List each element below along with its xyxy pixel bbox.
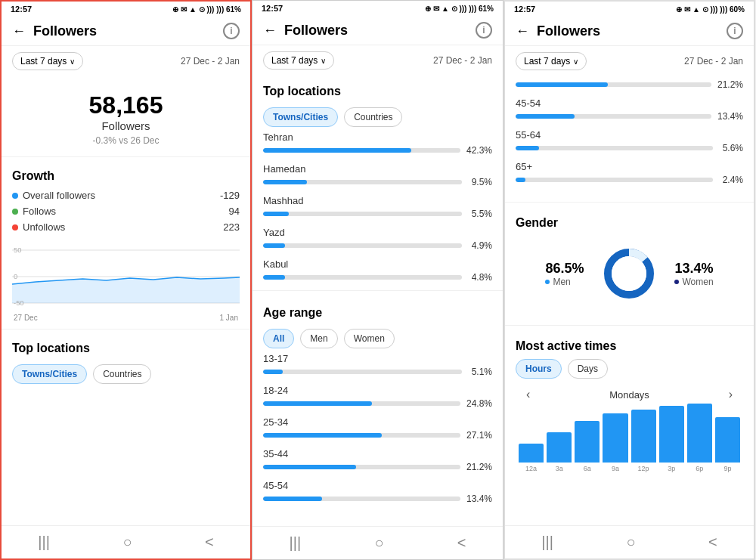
age-label-3544: 35-44 [263, 448, 492, 459]
nav-back-icon-1[interactable]: < [205, 534, 214, 551]
age-item-4554: 45-54 13.4% [263, 480, 492, 504]
gender-title: Gender [516, 216, 743, 236]
gender-section: Gender 86.5% Men [505, 206, 754, 322]
tab-women-age[interactable]: Women [344, 329, 395, 348]
status-icons-3: ⊕ ✉ ▲ ⊙ ))) ))) 60% [676, 5, 745, 14]
info-button-3[interactable]: i [727, 23, 743, 39]
svg-point-8 [612, 256, 646, 291]
day-navigation: ‹ Mondays › [516, 385, 743, 404]
gender-men: 86.5% Men [545, 261, 584, 287]
nav-home-icon-2[interactable]: ○ [374, 534, 383, 552]
bottom-nav-2: ||| ○ < [253, 526, 503, 559]
svg-text:50: 50 [14, 246, 21, 254]
filter-bar-2: Last 7 days ∨ 27 Dec - 2 Jan [253, 45, 503, 76]
location-item-kabul: Kabul 4.8% [263, 258, 492, 283]
bar-col-12a: 12a [519, 444, 544, 472]
location-name-hamedan: Hamedan [263, 163, 492, 175]
svg-text:-50: -50 [14, 299, 23, 307]
back-button-3[interactable]: ← [516, 23, 529, 39]
date-range-1: 27 Dec - 2 Jan [181, 56, 240, 67]
date-filter-btn-2[interactable]: Last 7 days ∨ [263, 51, 334, 70]
panel-3: 12:57 ⊕ ✉ ▲ ⊙ ))) ))) 60% ← Followers i … [503, 0, 755, 560]
nav-menu-icon-3[interactable]: ||| [541, 534, 553, 551]
bar-fill-yazd [263, 243, 285, 248]
panel-3-content: 21.2% 45-54 13.4% 55-64 [505, 76, 754, 525]
bar-col-3p: 3p [659, 406, 684, 472]
svg-text:0: 0 [14, 273, 17, 280]
location-list: Tehran 42.3% Hamedan 9.5% [253, 131, 503, 283]
next-day-btn[interactable]: › [729, 388, 733, 401]
tab-days[interactable]: Days [568, 359, 608, 379]
tab-men-age[interactable]: Men [300, 329, 337, 348]
date-filter-btn-3[interactable]: Last 7 days ∨ [516, 52, 587, 70]
age-continued-section: 21.2% 45-54 13.4% 55-64 [505, 76, 754, 199]
page-header-3: ← Followers i [505, 17, 754, 46]
tab-all-age[interactable]: All [263, 329, 294, 348]
gender-women: 13.4% Women [674, 261, 713, 287]
bar-pct-hamedan: 9.5% [468, 177, 492, 187]
page-title-3: Followers [537, 23, 727, 39]
location-item-mashhad: Mashhad 5.5% [263, 195, 492, 219]
growth-row-follows: Follows 94 [12, 203, 240, 219]
age-label-2534: 25-34 [263, 416, 492, 428]
growth-row-overall: Overall followers -129 [12, 187, 240, 203]
label-9a: 9a [612, 465, 619, 472]
tab-countries-1[interactable]: Countries [93, 364, 151, 384]
status-icons-1: ⊕ ✉ ▲ ⊙ ))) ))) 61% [172, 5, 241, 14]
gender-chart: 86.5% Men [516, 236, 743, 311]
panel-1-content: 58,165 Followers -0.3% vs 26 Dec Growth … [2, 76, 250, 525]
nav-home-icon-3[interactable]: ○ [626, 534, 635, 551]
bar-6p [687, 404, 712, 463]
chart-svg: 50 0 -50 [12, 243, 240, 311]
tab-hours[interactable]: Hours [516, 359, 562, 379]
active-times-chart: 12a 3a 6a 9a 12p [516, 412, 743, 472]
info-button-2[interactable]: i [476, 22, 492, 39]
bar-bg-mashhad [263, 212, 462, 216]
nav-menu-icon-1[interactable]: ||| [38, 534, 50, 551]
followers-label: Followers [12, 119, 240, 132]
page-title-1: Followers [33, 23, 223, 39]
tab-towns-2[interactable]: Towns/Cities [263, 107, 338, 127]
men-pct: 86.5% [545, 261, 584, 277]
age-item-65plus: 65+ 2.4% [516, 161, 743, 185]
label-3a: 3a [556, 465, 563, 472]
date-filter-btn-1[interactable]: Last 7 days ∨ [12, 52, 83, 70]
prev-day-btn[interactable]: ‹ [526, 388, 530, 401]
panel-2: 12:57 ⊕ ✉ ▲ ⊙ ))) ))) 61% ← Followers i … [252, 0, 503, 560]
nav-home-icon-1[interactable]: ○ [122, 534, 132, 551]
back-button-1[interactable]: ← [12, 23, 26, 39]
chart-label-start: 27 Dec [14, 314, 38, 322]
status-bar-1: 12:57 ⊕ ✉ ▲ ⊙ ))) ))) 61% [2, 2, 250, 17]
bar-col-6a: 6a [575, 421, 600, 472]
bottom-nav-1: ||| ○ < [2, 525, 250, 558]
nav-back-icon-3[interactable]: < [708, 534, 717, 551]
bar-pct-mashhad: 5.5% [468, 209, 492, 219]
age-label-4554: 45-54 [263, 480, 492, 491]
page-header-1: ← Followers i [2, 17, 250, 46]
status-bar-2: 12:57 ⊕ ✉ ▲ ⊙ ))) ))) 61% [253, 1, 503, 16]
tab-towns-1[interactable]: Towns/Cities [12, 364, 87, 384]
age-item-1317: 13-17 5.1% [263, 353, 492, 377]
donut-chart [599, 243, 659, 304]
filter-bar-1: Last 7 days ∨ 27 Dec - 2 Jan [2, 46, 250, 76]
top-locations-title-2: Top locations [253, 76, 503, 103]
nav-back-icon-2[interactable]: < [457, 534, 466, 552]
status-bar-3: 12:57 ⊕ ✉ ▲ ⊙ ))) ))) 60% [505, 2, 754, 17]
dot-green [12, 209, 18, 215]
status-right-1: ⊕ ✉ ▲ ⊙ ))) ))) 61% [172, 5, 241, 14]
info-button-1[interactable]: i [223, 23, 240, 39]
filter-bar-3: Last 7 days ∨ 27 Dec - 2 Jan [505, 46, 754, 76]
growth-unfollows-value: 223 [223, 221, 240, 233]
nav-menu-icon-2[interactable]: ||| [290, 534, 302, 552]
active-times-tabs: Hours Days [516, 359, 743, 385]
panel-1: 12:57 ⊕ ✉ ▲ ⊙ ))) ))) 61% ← Followers i … [0, 0, 252, 560]
bar-6a [575, 421, 600, 463]
tab-countries-2[interactable]: Countries [344, 107, 402, 127]
bar-pct-tehran: 42.3% [466, 145, 492, 156]
back-button-2[interactable]: ← [263, 23, 277, 39]
active-times-section: Most active times Hours Days ‹ Mondays ›… [505, 329, 754, 483]
bar-col-6p: 6p [687, 404, 712, 472]
current-day: Mondays [609, 389, 649, 401]
age-item-5564: 55-64 5.6% [516, 129, 743, 153]
bar-col-9p: 9p [715, 417, 740, 472]
